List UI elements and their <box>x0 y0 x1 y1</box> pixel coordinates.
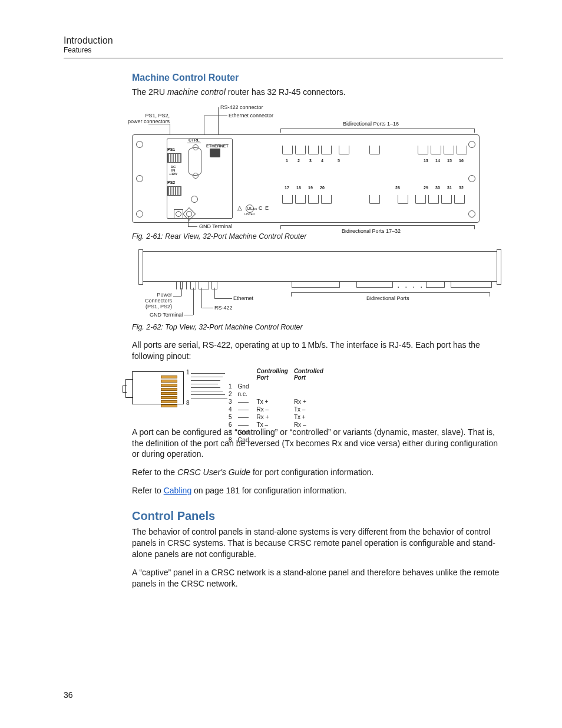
rack-ear-icon <box>138 249 143 285</box>
callout-power: Power Connectors (PS1, PS2) <box>139 292 172 310</box>
link-cabling[interactable]: Cabling <box>164 486 191 495</box>
leader-line <box>218 107 219 138</box>
col-controlling: Controlling Port <box>257 368 293 382</box>
mounting-hole <box>136 141 143 148</box>
callout-ports-top: Bidirectional Ports 1–16 <box>343 121 399 127</box>
table-row: 2n.c. <box>229 391 328 397</box>
heading-machine-control-router: Machine Control Router <box>132 73 503 83</box>
port-block <box>451 281 492 288</box>
leader-line <box>184 315 193 315</box>
mounting-hole <box>468 175 475 182</box>
leader-line <box>188 216 189 226</box>
pin-leader-lines <box>191 373 225 401</box>
table-row: 6Tx –Rx – <box>229 421 328 428</box>
leader-line <box>204 116 227 116</box>
header-rule <box>64 58 503 58</box>
pin-label-8: 8 <box>186 400 190 406</box>
text-italic: CRSC User's Guide <box>177 467 253 477</box>
callout-rs422: RS-422 connector <box>220 105 263 111</box>
callout-ethernet: Ethernet <box>233 296 253 302</box>
figure-pinout: 1 8 Controlling Port Controlled Port 1Gn… <box>132 369 332 422</box>
running-chapter: Introduction <box>64 35 503 46</box>
ethernet-port-icon <box>210 149 220 157</box>
table-row: 8Gnd <box>229 437 328 443</box>
warning-triangle-icon: △ <box>237 205 242 211</box>
intro-paragraph: The 2RU machine control router has 32 RJ… <box>132 87 503 98</box>
power-jack-icon <box>167 186 181 196</box>
leader-line <box>188 226 197 227</box>
port-numbers: 28 <box>392 186 404 190</box>
leader-line <box>173 296 181 297</box>
label-ps2: PS2 <box>167 180 175 185</box>
rj45-connector-icon <box>132 371 184 404</box>
figure-caption: Fig. 2-62: Top View, 32-Port Machine Con… <box>132 323 503 331</box>
paragraph-refer-crsc: Refer to the CRSC User's Guide for port … <box>132 467 503 478</box>
port-numbers: 29303132 <box>420 186 467 190</box>
text: Refer to <box>132 486 164 495</box>
ce-mark-icon: C E <box>259 206 269 212</box>
mounting-hole <box>468 210 475 218</box>
label-ctrl: CTRL <box>187 138 201 143</box>
pinout-table: Controlling Port Controlled Port 1Gnd 2n… <box>227 367 329 444</box>
pin-label-1: 1 <box>186 369 190 375</box>
leader-line <box>181 288 182 296</box>
callout-ethernet: Ethernet connector <box>229 113 273 119</box>
callout-gnd: GND Terminal <box>199 224 232 230</box>
heading-control-panels: Control Panels <box>132 509 503 523</box>
port-row-top <box>368 146 468 154</box>
mounting-hole <box>136 175 143 182</box>
paragraph-refer-cabling: Refer to Cabling on page 181 for configu… <box>132 485 503 496</box>
text: Refer to the <box>132 467 177 477</box>
power-jack-icon <box>167 153 181 163</box>
label-dc-in: DC IN +12V <box>167 165 179 176</box>
table-row: 3Tx +Rx + <box>229 398 328 405</box>
chassis-outline: CTRL ETHERNET PS1 DC IN +12V PS2 △ UL us <box>132 134 480 223</box>
rack-ear-icon <box>497 249 501 285</box>
port-block <box>426 281 445 288</box>
connector-stub <box>182 281 187 289</box>
mounting-hole <box>468 141 475 148</box>
label-ethernet: ETHERNET <box>206 144 229 149</box>
connector-stub <box>199 281 209 289</box>
port-block <box>356 281 393 288</box>
ul-mark-icon: UL <box>246 205 254 213</box>
callout-rs422: RS-422 <box>214 305 233 311</box>
mounting-hole <box>136 210 143 218</box>
text: on page 181 for configuration informatio… <box>191 486 346 495</box>
text: router has 32 RJ-45 connectors. <box>226 87 346 97</box>
control-subpanel: CTRL ETHERNET PS1 DC IN +12V PS2 <box>167 139 233 219</box>
table-row: 4Rx –Tx – <box>229 406 328 413</box>
page-number: 36 <box>64 690 73 700</box>
label-ps1: PS1 <box>167 147 175 152</box>
brace-top <box>280 129 475 133</box>
col-controlled: Controlled Port <box>294 368 328 382</box>
leader-line <box>214 288 215 298</box>
leader-line <box>214 298 232 299</box>
leader-line <box>193 288 194 315</box>
paragraph-all-ports: All ports are serial, RS-422, operating … <box>132 340 503 362</box>
chassis-outline: . . . . <box>143 251 497 282</box>
table-row: 7Gnd <box>229 429 328 436</box>
leader-line <box>148 124 170 124</box>
paragraph-control-panels-1: The behavior of control panels in stand-… <box>132 526 503 560</box>
callout-ports-bottom: Bidirectional Ports 17–32 <box>342 229 401 235</box>
port-numbers: 17181920 <box>281 186 328 190</box>
screw-icon <box>191 196 198 203</box>
table-row: 5Rx +Tx + <box>229 414 328 420</box>
leader-line <box>201 308 213 308</box>
port-block <box>292 281 340 288</box>
connector-stub <box>176 281 181 289</box>
running-section: Features <box>64 46 503 54</box>
ellipsis-icon: . . . . <box>398 284 425 289</box>
text: for port configuration information. <box>253 467 373 477</box>
figure-rear-view: RS-422 connector Ethernet connector PS1,… <box>114 105 480 229</box>
ul-us: us <box>253 207 257 211</box>
rs422-port-icon <box>189 147 201 176</box>
table-row: 1Gnd <box>229 383 328 390</box>
text-italic: machine control <box>167 87 226 97</box>
port-row-bottom <box>368 195 466 204</box>
figure-top-view: . . . . Power Connectors (PS1, PS2) GND … <box>132 249 497 319</box>
paragraph-control-panels-2: A “captive” panel in a CRSC network is a… <box>132 567 503 589</box>
ul-listed: LISTED <box>244 213 255 216</box>
callout-gnd: GND Terminal <box>150 312 183 318</box>
